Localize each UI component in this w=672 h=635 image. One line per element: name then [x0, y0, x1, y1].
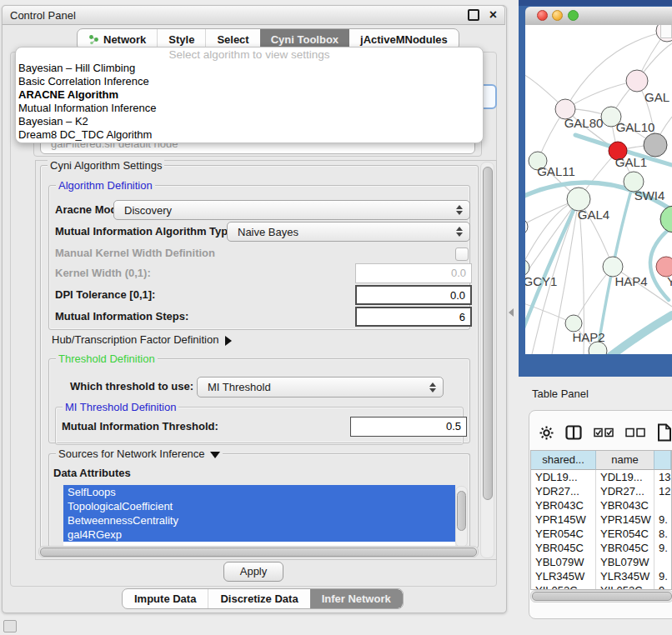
column-header[interactable]: shared... [531, 451, 596, 470]
tab-label: Style [168, 33, 194, 46]
network-scrollbar-stub[interactable] [660, 25, 672, 38]
table-row[interactable]: YBR045CYBR045C9. [531, 541, 671, 555]
table-cell: YER054C [596, 527, 654, 541]
bottom-tabbar: Impute DataDiscretize DataInfer Network [122, 588, 404, 609]
mi-steps-field[interactable]: 6 [355, 307, 472, 327]
zoom-window-icon[interactable] [568, 10, 579, 21]
table-row[interactable]: YBL079WYBL079W [531, 555, 671, 569]
table-panel-titlebar: Table Panel [524, 379, 672, 408]
aracne-mode-combo[interactable]: Discovery [113, 200, 470, 220]
node-gal80-label: GAL80 [564, 116, 604, 130]
attribute-item[interactable]: BetweennessCentrality [63, 513, 455, 528]
algorithm-item[interactable]: Basic Correlation Inference [16, 75, 483, 88]
settings-hscrollbar[interactable] [38, 546, 479, 558]
attr-list-scrollbar[interactable] [455, 486, 468, 548]
kernel-width-field[interactable]: 0.0 [355, 263, 472, 283]
table-hscrollbar[interactable] [530, 590, 672, 602]
network-edge[interactable] [565, 81, 637, 109]
attribute-item[interactable]: gal4RGexp [63, 528, 455, 542]
table-cell: YBR045C [596, 541, 654, 555]
node-gal11-label: GAL11 [537, 164, 575, 178]
attribute-item[interactable]: TopologicalCoefficient [63, 499, 455, 513]
node-gray[interactable] [644, 133, 667, 157]
tab-label: Select [217, 33, 248, 46]
mi-type-combo[interactable]: Naive Bayes [227, 222, 470, 242]
collapsed-panel-button[interactable] [3, 620, 17, 632]
columns-icon[interactable] [565, 425, 582, 440]
column-header[interactable] [654, 451, 671, 470]
minimize-window-icon[interactable] [552, 10, 563, 21]
gear-icon[interactable] [539, 426, 554, 440]
apply-button[interactable]: Apply [223, 562, 283, 582]
mi-threshold-field[interactable]: 0.5 [350, 417, 467, 437]
float-panel-icon[interactable] [468, 9, 479, 21]
table-cell: 9 [654, 583, 671, 590]
node-hap2[interactable] [565, 315, 582, 332]
document-icon[interactable] [657, 423, 672, 442]
node-green[interactable] [660, 206, 672, 232]
which-threshold-label: Which threshold to use: [70, 377, 193, 397]
table-cell: YPR145W [531, 512, 596, 527]
data-attributes-list: SelfLoopsTopologicalCoefficientBetweenne… [63, 485, 455, 547]
hub-definition-toggle[interactable]: Hub/Transcription Factor Definition [52, 332, 232, 348]
table-cell: YBL079W [531, 555, 596, 569]
settings-hscrollbar-thumb[interactable] [40, 548, 477, 557]
node-gcy1[interactable] [525, 259, 529, 276]
node-swi4-label: SWI4 [634, 188, 665, 202]
network-window-titlebar[interactable] [525, 7, 672, 26]
settings-vscrollbar[interactable] [480, 162, 494, 558]
collapsed-arrow-icon [225, 336, 232, 346]
algorithm-item[interactable]: Dream8 DC_TDC Algorithm [16, 128, 483, 142]
table-cell: 9. [654, 569, 671, 583]
combo-arrows-icon [426, 382, 439, 392]
table-cell: 9. [654, 512, 671, 527]
expanded-arrow-icon [210, 452, 220, 458]
node-left1[interactable] [525, 218, 528, 235]
table-cell [654, 555, 671, 569]
column-header[interactable]: name [596, 451, 654, 470]
table-row[interactable]: YIL052CYIL052C9 [531, 583, 671, 590]
table-row[interactable]: YBR043CYBR043C [531, 498, 671, 512]
table-cell: 9. [654, 541, 671, 555]
settings-vscrollbar-thumb[interactable] [483, 167, 493, 500]
algorithm-item[interactable]: ARACNE Algorithm [16, 88, 483, 102]
table-row[interactable]: YPR145WYPR145W9. [531, 512, 671, 527]
network-canvas[interactable]: GALGAL80GAL10GAL1GAL11SWI4GAL4GCY1HAP4YH… [525, 25, 672, 354]
table-hscrollbar-thumb[interactable] [532, 592, 672, 601]
bottom-tab-discretize-data[interactable]: Discretize Data [208, 589, 309, 608]
table-row[interactable]: YDR27...YDR27...12 [531, 484, 671, 498]
node-gal1-label: GAL1 [615, 155, 647, 169]
bottom-tab-impute-data[interactable]: Impute Data [123, 589, 208, 608]
network-edge-thick[interactable] [605, 315, 672, 354]
table-panel-title: Table Panel [532, 388, 589, 400]
table-cell: YBL079W [596, 555, 654, 569]
threshold-definition-title: Threshold Definition [56, 352, 158, 365]
checked-boxes-icon[interactable] [594, 428, 614, 438]
node-gal-label: GAL [644, 90, 669, 104]
close-window-icon[interactable] [537, 10, 548, 21]
algorithm-item[interactable]: Bayesian – Hill Climbing [16, 62, 483, 75]
splitter-arrow-icon[interactable] [509, 308, 514, 317]
algorithm-item[interactable]: Bayesian – K2 [16, 115, 483, 128]
bottom-tab-infer-network[interactable]: Infer Network [310, 589, 403, 608]
table-cell: YER054C [531, 527, 596, 541]
table-cell: YPR145W [596, 512, 654, 527]
mi-type-label: Mutual Information Algorithm Type: [55, 222, 238, 242]
attr-scrollbar-thumb[interactable] [457, 491, 466, 531]
dpi-tolerance-field[interactable]: 0.0 [355, 285, 472, 305]
table-cell: YDL19... [596, 470, 654, 484]
close-panel-icon[interactable]: × [489, 11, 497, 19]
node-gal[interactable] [626, 70, 648, 92]
kernel-width-label: Kernel Width (0,1): [55, 263, 151, 283]
table-row[interactable]: YLR345WYLR345W9. [531, 569, 671, 583]
table-row[interactable]: YDL19...YDL19...13 [531, 470, 671, 484]
table-row[interactable]: YER054CYER054C8. [531, 527, 671, 541]
algorithm-item[interactable]: Mutual Information Inference [16, 102, 483, 115]
unchecked-boxes-icon[interactable] [625, 428, 645, 438]
cyni-settings-title: Cyni Algorithm Settings [48, 159, 164, 172]
table-cell [654, 498, 671, 512]
which-threshold-combo[interactable]: MI Threshold [197, 377, 444, 398]
table-cell: YBR043C [596, 498, 654, 512]
attribute-item[interactable]: SelfLoops [63, 485, 455, 499]
manual-kernel-checkbox[interactable] [455, 248, 469, 261]
